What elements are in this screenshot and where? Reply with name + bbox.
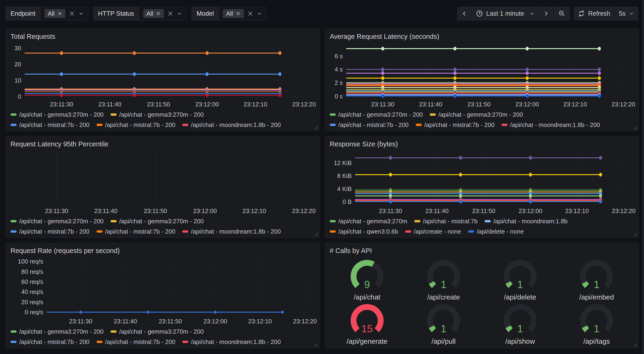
gauge-value: 1 bbox=[500, 279, 541, 290]
legend-item[interactable]: /api/delete - none bbox=[468, 228, 524, 235]
gauge-api-pull: 1/api/pull bbox=[406, 302, 482, 346]
legend-item[interactable]: /api/chat - moondream:1.8b - 200 bbox=[502, 121, 600, 129]
legend-series-swatch bbox=[405, 230, 411, 233]
panel-title[interactable]: Total Requests bbox=[10, 33, 316, 41]
data-point bbox=[459, 200, 462, 203]
time-shift-forward-button[interactable] bbox=[539, 7, 553, 20]
legend-item[interactable]: /api/chat - moondream:1.8b - 200 bbox=[182, 228, 281, 235]
data-point bbox=[214, 311, 216, 314]
chevron-down-icon[interactable] bbox=[78, 11, 84, 16]
legend-item[interactable]: /api/chat - mistral:7b - 200 bbox=[96, 338, 176, 345]
legend-item[interactable]: /api/chat - mistral:7b - 200 bbox=[416, 121, 495, 129]
filter-chip[interactable]: All bbox=[45, 9, 66, 18]
panel-resize-handle[interactable] bbox=[314, 343, 318, 347]
clear-filter-icon[interactable] bbox=[69, 11, 75, 16]
filter-chip[interactable]: All bbox=[223, 9, 244, 18]
panel-title[interactable]: # Calls by API bbox=[330, 247, 635, 255]
clear-filter-icon[interactable] bbox=[168, 11, 173, 16]
y-axis-label: 0 req/s bbox=[10, 309, 43, 316]
x-axis-label: 23:11:40 bbox=[98, 101, 121, 108]
y-axis-label: 0 s bbox=[329, 93, 343, 100]
legend-item[interactable]: /api/chat - mistral:7b - 200 bbox=[330, 121, 409, 129]
grid-line-vertical bbox=[305, 257, 305, 315]
legend-item[interactable]: /api/create - none bbox=[405, 228, 461, 235]
legend-item[interactable]: /api/chat - mistral:7b bbox=[414, 218, 478, 225]
grid-line-horizontal bbox=[355, 189, 635, 189]
legend-item[interactable]: /api/chat - gemma3:270m - 200 bbox=[430, 111, 523, 118]
legend-item[interactable]: /api/chat - mistral:7b - 200 bbox=[96, 121, 176, 129]
legend-series-swatch bbox=[182, 124, 188, 126]
legend-series-label: /api/chat - qwen3:0.6b bbox=[338, 228, 398, 235]
x-axis-label: 23:11:50 bbox=[144, 207, 167, 215]
legend-series-swatch bbox=[10, 341, 16, 343]
panel-resize-handle[interactable] bbox=[633, 126, 638, 130]
clear-filter-icon[interactable] bbox=[248, 11, 253, 16]
legend-item[interactable]: /api/chat - mistral:7b - 200 bbox=[10, 121, 90, 129]
legend-series-label: /api/chat - mistral:7b - 200 bbox=[105, 338, 176, 345]
x-axis: 23:11:3023:11:4023:11:5023:12:0023:12:10… bbox=[24, 98, 316, 108]
grid-line-vertical bbox=[479, 43, 479, 98]
filter-chip[interactable]: All bbox=[143, 9, 164, 18]
legend-series-label: /api/chat - gemma3:270m - 200 bbox=[19, 218, 104, 225]
data-point bbox=[389, 200, 392, 203]
data-point bbox=[599, 173, 602, 177]
legend-item[interactable]: /api/chat - gemma3:270m - 200 bbox=[110, 328, 204, 335]
filter-chip-value: All bbox=[226, 10, 233, 17]
panel-resize-handle[interactable] bbox=[314, 126, 318, 130]
data-point bbox=[381, 47, 384, 51]
zoom-out-time-button[interactable] bbox=[554, 7, 570, 20]
panel-total-requests: Total Requests 010203023:11:3023:11:4023… bbox=[6, 29, 320, 131]
gauge-arc: 1 bbox=[576, 302, 617, 337]
data-point bbox=[381, 68, 384, 71]
legend-item[interactable]: /api/chat - gemma3:270m - 200 bbox=[110, 111, 204, 118]
grid-line-vertical bbox=[624, 43, 624, 98]
chevron-down-icon[interactable] bbox=[257, 11, 262, 16]
x-axis-label: 23:12:20 bbox=[292, 101, 316, 108]
refresh-interval-picker[interactable]: 5s bbox=[615, 7, 638, 20]
legend-item[interactable]: /api/chat - mistral:7b - 200 bbox=[96, 228, 176, 235]
series-line bbox=[46, 312, 284, 313]
legend-item[interactable]: /api/chat - gemma3:270m - 200 bbox=[330, 111, 423, 118]
legend-series-swatch bbox=[416, 124, 422, 126]
legend-item[interactable]: /api/chat - qwen3:0.6b bbox=[330, 228, 398, 235]
legend-item[interactable]: /api/chat - gemma3:270m - 200 bbox=[110, 218, 204, 225]
refresh-button[interactable]: Refresh bbox=[574, 7, 614, 20]
legend-item[interactable]: /api/chat - gemma3:270m - 200 bbox=[10, 328, 104, 335]
legend-series-label: /api/create - none bbox=[414, 228, 461, 235]
panel-title[interactable]: Average Request Latency (seconds) bbox=[330, 33, 635, 41]
x-axis-label: 23:11:40 bbox=[114, 318, 137, 325]
x-axis-label: 23:11:50 bbox=[147, 101, 170, 108]
legend-item[interactable]: /api/chat - gemma3:270m - 200 bbox=[10, 111, 104, 118]
legend-item[interactable]: /api/chat - moondream:1.8b - 200 bbox=[182, 121, 281, 129]
remove-value-icon[interactable] bbox=[156, 11, 160, 16]
legend-item[interactable]: /api/chat - mistral:7b - 200 bbox=[10, 338, 90, 345]
x-axis-label: 23:11:40 bbox=[419, 101, 442, 108]
legend-item[interactable]: /api/chat - mistral:7b - 200 bbox=[10, 228, 90, 235]
time-range-picker[interactable]: Last 1 minute bbox=[472, 7, 538, 20]
panel-resize-handle[interactable] bbox=[633, 232, 638, 237]
data-point bbox=[526, 71, 528, 75]
remove-value-icon[interactable] bbox=[236, 11, 240, 16]
chevron-right-icon bbox=[544, 11, 549, 16]
gauge-value: 1 bbox=[576, 279, 617, 290]
panel-resize-handle[interactable] bbox=[633, 343, 638, 347]
time-shift-back-button[interactable] bbox=[457, 7, 471, 20]
panel-resize-handle[interactable] bbox=[314, 232, 318, 237]
data-point bbox=[147, 311, 149, 314]
panel-average-request-latency: Average Request Latency (seconds) 0 s2 s… bbox=[325, 29, 639, 131]
grid-line-vertical bbox=[254, 151, 254, 205]
legend-series-swatch bbox=[10, 113, 16, 116]
legend-item[interactable]: /api/chat - moondream:1.8b bbox=[485, 218, 568, 225]
legend-item[interactable]: /api/chat - moondream:1.8b - 200 bbox=[182, 338, 281, 345]
panel-title[interactable]: Response Size (bytes) bbox=[330, 140, 635, 148]
legend-item[interactable]: /api/chat - gemma3:270m - 200 bbox=[10, 218, 104, 225]
data-point bbox=[529, 156, 532, 160]
panel-title[interactable]: Request Latency 95th Percentile bbox=[10, 140, 316, 148]
legend-item[interactable]: /api/chat - gemma3:270m bbox=[330, 218, 407, 225]
chevron-down-icon[interactable] bbox=[177, 11, 182, 16]
panel-title[interactable]: Request Rate (requests per second) bbox=[10, 247, 316, 255]
remove-value-icon[interactable] bbox=[58, 11, 62, 16]
data-point bbox=[278, 51, 281, 55]
scrollbar[interactable] bbox=[642, 0, 644, 354]
plot-area: 0102030 bbox=[24, 43, 316, 98]
